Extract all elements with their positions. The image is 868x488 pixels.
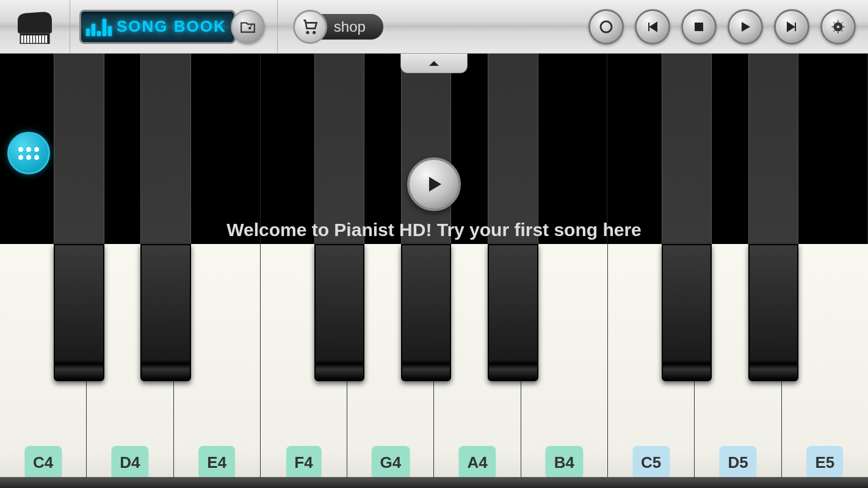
svg-point-16 <box>837 25 840 28</box>
track-lane-black <box>662 54 712 244</box>
gear-icon <box>830 18 847 35</box>
svg-rect-14 <box>695 23 703 31</box>
shop-group: shop <box>293 10 383 44</box>
main-area: Welcome to Pianist HD! Try your first so… <box>0 54 868 488</box>
key-label: D4 <box>111 446 148 479</box>
expand-tab-button[interactable] <box>400 54 468 73</box>
record-icon <box>599 20 613 34</box>
black-key-A#4[interactable] <box>488 244 538 381</box>
skip-previous-icon <box>645 20 660 34</box>
songbook-label: SONG BOOK <box>117 17 226 36</box>
svg-point-11 <box>306 30 309 34</box>
black-key-F#4[interactable] <box>314 244 364 381</box>
svg-rect-8 <box>42 35 45 43</box>
play-icon <box>738 20 753 34</box>
svg-rect-2 <box>24 35 27 43</box>
folder-button[interactable] <box>231 10 265 44</box>
bottom-strip <box>0 477 868 488</box>
previous-button[interactable] <box>635 9 670 45</box>
folder-icon <box>240 19 256 35</box>
key-label: B4 <box>546 446 583 479</box>
dots-grid-icon <box>18 147 39 160</box>
shop-button[interactable] <box>293 10 327 44</box>
key-label: G4 <box>371 446 410 479</box>
track-lane-black <box>748 54 798 244</box>
stop-icon <box>692 20 706 34</box>
chevron-up-icon <box>428 60 440 67</box>
songbook-group: SONG BOOK <box>79 0 278 54</box>
black-key-D#4[interactable] <box>140 244 190 381</box>
svg-rect-1 <box>21 35 24 43</box>
play-icon <box>423 173 445 195</box>
piano-icon <box>13 5 56 48</box>
center-play-button[interactable] <box>407 157 461 211</box>
play-button[interactable] <box>728 9 763 45</box>
piano-keyboard: C4D4E4F4G4A4B4C5D5E5 <box>0 244 868 488</box>
stop-button[interactable] <box>681 9 717 45</box>
app-icon-button[interactable] <box>0 0 70 54</box>
skip-next-icon <box>784 20 799 34</box>
svg-point-13 <box>601 21 612 32</box>
next-button[interactable] <box>774 9 809 45</box>
svg-rect-6 <box>36 35 38 43</box>
svg-point-12 <box>313 30 316 34</box>
settings-button[interactable] <box>820 9 856 45</box>
welcome-message: Welcome to Pianist HD! Try your first so… <box>0 220 868 240</box>
svg-rect-3 <box>27 35 29 43</box>
black-key-C#4[interactable] <box>54 244 104 381</box>
key-label: E5 <box>806 446 843 479</box>
key-label: A4 <box>459 446 496 479</box>
key-label: E4 <box>198 446 235 479</box>
top-toolbar: SONG BOOK shop <box>0 0 868 54</box>
record-button[interactable] <box>588 9 624 45</box>
svg-rect-5 <box>33 35 35 43</box>
key-label: D5 <box>719 446 756 479</box>
cart-icon <box>300 17 320 37</box>
track-lane-black <box>54 54 104 244</box>
menu-button[interactable] <box>7 132 50 174</box>
track-lane-black <box>488 54 538 244</box>
track-lane-black <box>140 54 190 244</box>
transport-controls <box>588 9 868 45</box>
songbook-button[interactable]: SONG BOOK <box>79 10 236 44</box>
equalizer-icon <box>86 18 112 36</box>
black-key-G#4[interactable] <box>401 244 451 381</box>
key-label: F4 <box>286 446 321 479</box>
svg-rect-9 <box>45 35 48 43</box>
black-key-D#5[interactable] <box>748 244 798 381</box>
note-track-area <box>0 54 868 244</box>
svg-rect-7 <box>39 35 42 43</box>
key-label: C4 <box>24 446 62 479</box>
black-key-C#5[interactable] <box>662 244 712 381</box>
key-label: C5 <box>632 446 670 479</box>
svg-rect-4 <box>30 35 32 43</box>
svg-point-10 <box>248 27 251 29</box>
track-lane-black <box>314 54 364 244</box>
track-lane-black <box>401 54 451 244</box>
